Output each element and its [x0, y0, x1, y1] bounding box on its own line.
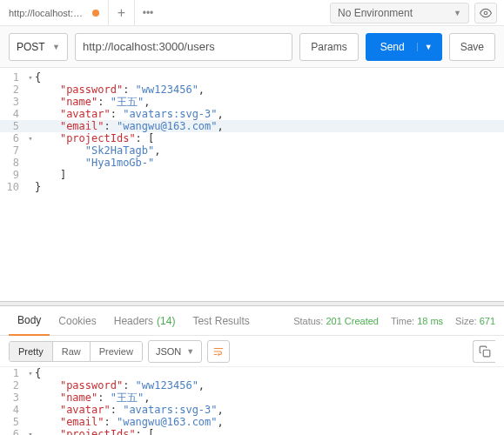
code-line[interactable]: 2 "password": "ww123456",: [0, 84, 504, 96]
code-line[interactable]: 8 "Hya1moGb-": [0, 157, 504, 169]
line-number: 5: [0, 416, 26, 428]
fold-toggle[interactable]: ▾: [26, 71, 35, 84]
code-line[interactable]: 9 ]: [0, 169, 504, 181]
fold-toggle: [26, 108, 35, 120]
http-method-label: POST: [17, 41, 45, 53]
fold-toggle[interactable]: ▾: [26, 428, 35, 435]
chevron-down-icon[interactable]: ▼: [417, 43, 433, 51]
language-select[interactable]: JSON ▼: [148, 340, 202, 363]
fold-toggle: [26, 120, 35, 132]
code-line[interactable]: 5 "email": "wangwu@163.com",: [0, 120, 504, 132]
line-number: 8: [0, 157, 26, 169]
save-button[interactable]: Save: [449, 33, 495, 61]
line-number: 10: [0, 181, 26, 193]
tab-headers-label: Headers: [114, 315, 153, 327]
code-text: "projectIds": [: [35, 132, 154, 144]
tab-test-results[interactable]: Test Results: [184, 306, 258, 336]
new-tab-button[interactable]: +: [109, 0, 135, 26]
raw-button[interactable]: Raw: [53, 342, 91, 361]
line-number: 5: [0, 120, 26, 132]
view-mode-group: Pretty Raw Preview: [9, 341, 143, 362]
fold-toggle: [26, 379, 35, 392]
code-text: "avatar": "avatars:svg-3",: [35, 404, 224, 416]
unsaved-indicator-icon: [92, 10, 99, 17]
response-status: Status: 201 Created Time: 18 ms Size: 67…: [293, 316, 495, 326]
line-number: 4: [0, 108, 26, 120]
fold-toggle: [26, 392, 35, 404]
code-text: {: [35, 71, 41, 84]
svg-point-0: [484, 11, 487, 15]
line-number: 2: [0, 379, 26, 392]
code-line[interactable]: 1▾{: [0, 367, 504, 379]
tab-overflow-button[interactable]: •••: [135, 7, 161, 19]
http-method-select[interactable]: POST ▼: [9, 33, 68, 61]
code-text: "password": "ww123456",: [35, 84, 205, 96]
pretty-button[interactable]: Pretty: [10, 342, 53, 361]
code-text: "email": "wangwu@163.com",: [35, 416, 224, 428]
params-button[interactable]: Params: [299, 33, 358, 61]
request-tab-title: http://localhost:3000/u: [9, 8, 87, 18]
chevron-down-icon: ▼: [52, 43, 60, 51]
svg-rect-1: [483, 350, 490, 357]
line-number: 6: [0, 132, 26, 144]
fold-toggle: [26, 157, 35, 169]
preview-button[interactable]: Preview: [91, 342, 142, 361]
send-button[interactable]: Send ▼: [366, 33, 442, 61]
copy-response-button[interactable]: [473, 340, 495, 363]
request-tab[interactable]: http://localhost:3000/u: [0, 0, 109, 26]
headers-count: (14): [157, 315, 175, 327]
response-body-wrap: 1▾{2 "password": "ww123456",3 "name": "王…: [0, 367, 504, 435]
code-line[interactable]: 4 "avatar": "avatars:svg-3",: [0, 404, 504, 416]
code-line[interactable]: 1▾{: [0, 71, 504, 84]
code-line[interactable]: 5 "email": "wangwu@163.com",: [0, 416, 504, 428]
fold-toggle: [26, 96, 35, 108]
view-environment-button[interactable]: [474, 3, 497, 23]
request-body-editor[interactable]: 1▾{2 "password": "ww123456",3 "name": "王…: [0, 68, 504, 197]
line-number: 9: [0, 169, 26, 181]
code-text: "name": "王五",: [35, 392, 150, 404]
fold-toggle: [26, 144, 35, 157]
chevron-down-icon: ▼: [454, 9, 461, 17]
status-label: Status:: [293, 316, 323, 326]
environment-select[interactable]: No Environment ▼: [330, 3, 469, 23]
code-text: ]: [35, 169, 66, 181]
eye-icon: [480, 7, 492, 19]
code-text: }: [35, 181, 41, 193]
status-value: 201 Created: [326, 316, 379, 326]
chevron-down-icon: ▼: [186, 347, 194, 356]
code-text: "avatar": "avatars:svg-3",: [35, 108, 224, 120]
size-value: 671: [480, 316, 495, 326]
fold-toggle: [26, 416, 35, 428]
line-number: 1: [0, 71, 26, 84]
code-line[interactable]: 3 "name": "王五",: [0, 392, 504, 404]
code-text: "password": "ww123456",: [35, 379, 205, 392]
wrap-lines-button[interactable]: [207, 340, 230, 363]
code-line[interactable]: 3 "name": "王五",: [0, 96, 504, 108]
line-number: 3: [0, 392, 26, 404]
copy-icon: [479, 345, 491, 358]
line-number: 6: [0, 428, 26, 435]
response-body-viewer[interactable]: 1▾{2 "password": "ww123456",3 "name": "王…: [0, 367, 504, 435]
code-line[interactable]: 10}: [0, 181, 504, 193]
fold-toggle: [26, 181, 35, 193]
response-tabs: Body Cookies Headers (14) Test Results S…: [0, 306, 504, 336]
code-line[interactable]: 6▾ "projectIds": [: [0, 132, 504, 144]
url-input[interactable]: [75, 33, 292, 61]
code-line[interactable]: 7 "Sk2HaTagb",: [0, 144, 504, 157]
tab-cookies[interactable]: Cookies: [50, 306, 104, 336]
time-value: 18 ms: [417, 316, 443, 326]
line-number: 2: [0, 84, 26, 96]
code-line[interactable]: 4 "avatar": "avatars:svg-3",: [0, 108, 504, 120]
code-line[interactable]: 6▾ "projectIds": [: [0, 428, 504, 435]
tab-headers[interactable]: Headers (14): [105, 306, 185, 336]
code-text: {: [35, 367, 41, 379]
code-text: "Sk2HaTagb",: [35, 144, 161, 157]
code-line[interactable]: 2 "password": "ww123456",: [0, 379, 504, 392]
fold-toggle[interactable]: ▾: [26, 132, 35, 144]
send-button-label: Send: [375, 41, 410, 53]
code-text: "name": "王五",: [35, 96, 150, 108]
tab-body[interactable]: Body: [9, 306, 50, 336]
fold-toggle[interactable]: ▾: [26, 367, 35, 379]
fold-toggle: [26, 84, 35, 96]
line-number: 3: [0, 96, 26, 108]
